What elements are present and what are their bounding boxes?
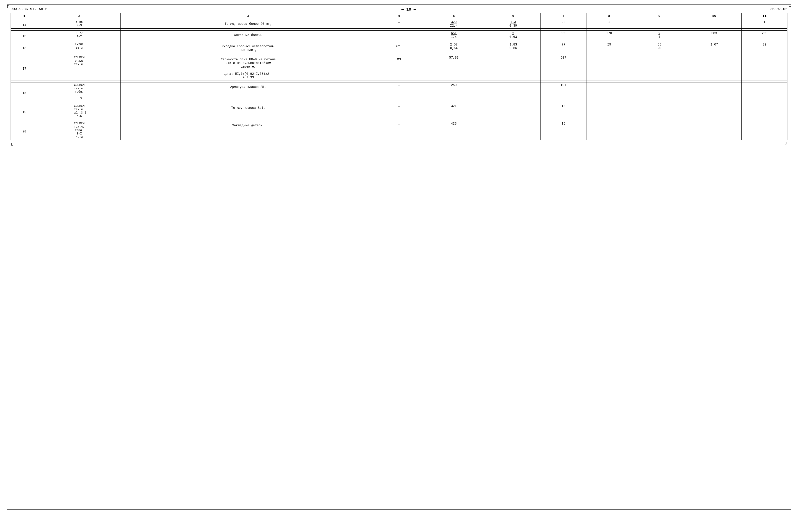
table-cell: 5520 — [632, 42, 687, 53]
table-cell: – — [687, 55, 741, 80]
table-cell: ССЦМСМ9–22Iтех.ч. — [38, 55, 120, 80]
bottom-right-corner: ┘ — [785, 142, 787, 147]
table-cell: I,07 — [687, 42, 741, 53]
table-cell: – — [687, 121, 741, 140]
table-row: I7ССЦМСМ9–22Iтех.ч.Стоимость плит П8–8 и… — [11, 55, 787, 80]
table-cell: 22 — [541, 19, 586, 28]
top-bar: 903-9-36.9I. Ал.6 — 10 — 25307-06 — [11, 7, 787, 12]
table-cell: I4 — [11, 19, 38, 28]
table-cell-desc: Закладные детали, — [120, 121, 376, 140]
header-col-10: 10 — [687, 13, 741, 19]
table-cell-desc: Укладка сборных железобетон-ных плит, — [120, 42, 376, 53]
spacer-row — [11, 119, 787, 121]
table-cell: ССЦМСМтех.ч.табл.3–Iп.I3 — [38, 121, 120, 140]
spacer-row — [11, 53, 787, 55]
table-cell: – — [687, 82, 741, 101]
header-col-6: 6 — [486, 13, 540, 19]
header-col-5: 5 — [422, 13, 486, 19]
table-cell: 20 — [11, 121, 38, 140]
header-col-3: 3 — [120, 13, 376, 19]
header-col-1: 1 — [11, 13, 38, 19]
table-cell: – — [486, 103, 540, 119]
table-row: I9ССЦМСМтех.ч.табл.3–Iп.6То же, класса В… — [11, 103, 787, 119]
top-left-corner: Г — [7, 4, 9, 9]
table-cell: 32I — [422, 103, 486, 119]
table-cell: Т — [376, 19, 422, 28]
table-cell: I7 — [11, 55, 38, 80]
table-cell-desc: Анкерные болты, — [120, 31, 376, 40]
table-cell: шт. — [376, 42, 422, 53]
table-cell: 303 — [687, 31, 741, 40]
table-cell: Т — [376, 121, 422, 140]
table-cell: – — [586, 121, 632, 140]
table-cell: I8 — [11, 82, 38, 101]
table-cell: I — [742, 19, 787, 28]
table-cell: – — [632, 82, 687, 101]
header-col-9: 9 — [632, 13, 687, 19]
table-cell: I9 — [11, 103, 38, 119]
spacer-row — [11, 80, 787, 82]
table-header-row: 1 2 3 4 5 6 7 8 9 10 11 — [11, 13, 787, 19]
table-row: I56–779–IАнкерные болты,Т65II7420,63635I… — [11, 31, 787, 40]
table-row: I67–76265–3Укладка сборных железобетон-н… — [11, 42, 787, 53]
table-cell: I5 — [11, 31, 38, 40]
table-cell: ССЦМСМтех.ч.табл.3–Iп.6 — [38, 103, 120, 119]
table-cell: I.30,39 — [486, 19, 540, 28]
table-cell: Т — [376, 103, 422, 119]
table-cell: I5 — [541, 121, 586, 140]
table-cell: – — [586, 103, 632, 119]
spacer-row — [11, 40, 787, 42]
table-cell: 6–779–I — [38, 31, 120, 40]
doc-title: 903-9-36.9I. Ал.6 — [11, 7, 47, 11]
table-cell-desc: То же, класса ВрI, — [120, 103, 376, 119]
table-cell: 4I3 — [422, 121, 486, 140]
table-cell: Т — [376, 82, 422, 101]
table-cell: М3 — [376, 55, 422, 80]
table-cell: – — [632, 103, 687, 119]
table-cell: 2I — [632, 31, 687, 40]
table-cell: I8 — [541, 103, 586, 119]
table-cell: I6 — [11, 42, 38, 53]
table-cell: 329I2,4 — [422, 19, 486, 28]
main-table: 1 2 3 4 5 6 7 8 9 10 11 I46–859–9То же, … — [11, 13, 787, 140]
table-cell-desc: Арматура класса АШ, — [120, 82, 376, 101]
table-cell: 77 — [541, 42, 586, 53]
header-col-4: 4 — [376, 13, 422, 19]
header-col-7: 7 — [541, 13, 586, 19]
bottom-left-corner: L — [11, 142, 13, 147]
table-cell: – — [742, 82, 787, 101]
table-cell: – — [586, 82, 632, 101]
table-cell: 607 — [541, 55, 586, 80]
table-cell: – — [486, 121, 540, 140]
spacer-row — [11, 28, 787, 31]
table-cell: – — [687, 103, 741, 119]
top-right-corner: ¬ — [789, 4, 791, 9]
header-col-2: 2 — [38, 13, 120, 19]
table-cell: ССЦМСМтех.ч.табл.3–Iп.3 — [38, 82, 120, 101]
table-cell: 250 — [422, 82, 486, 101]
table-cell: IOI — [541, 82, 586, 101]
table-cell: – — [742, 103, 787, 119]
table-cell: – — [742, 121, 787, 140]
table-cell: 635 — [541, 31, 586, 40]
table-cell: 57,83 — [422, 55, 486, 80]
table-cell-desc: То же, весом более 20 кг, — [120, 19, 376, 28]
table-cell: I9 — [586, 42, 632, 53]
table-cell: – — [632, 55, 687, 80]
table-row: 20ССЦМСМтех.ч.табл.3–Iп.I3Закладные дета… — [11, 121, 787, 140]
table-cell: – — [632, 19, 687, 28]
table-cell: – — [486, 82, 540, 101]
table-cell: 2.570,64 — [422, 42, 486, 53]
table-cell: – — [742, 55, 787, 80]
page-wrapper: Г ¬ 903-9-36.9I. Ал.6 — 10 — 25307-06 1 … — [7, 4, 791, 510]
table-cell: I — [586, 19, 632, 28]
table-cell: 295 — [742, 31, 787, 40]
table-cell: I.830,66 — [486, 42, 540, 53]
page-number: — 10 — — [47, 7, 770, 12]
table-cell: Т — [376, 31, 422, 40]
header-col-8: 8 — [586, 13, 632, 19]
table-cell: 20,63 — [486, 31, 540, 40]
table-cell: – — [687, 19, 741, 28]
spacer-row — [11, 101, 787, 103]
table-cell: 65II74 — [422, 31, 486, 40]
